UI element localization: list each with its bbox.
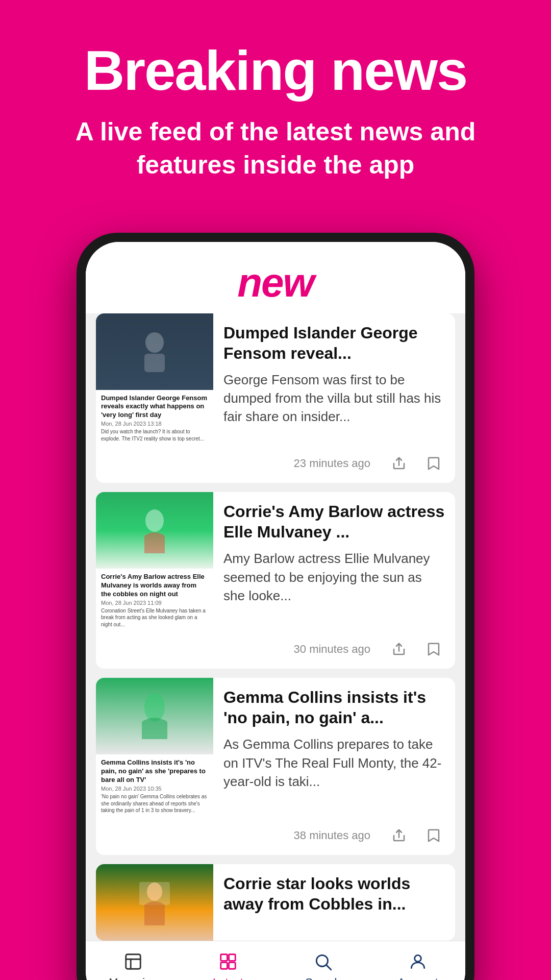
account-icon	[407, 950, 429, 973]
share-button-3[interactable]	[388, 824, 410, 847]
breaking-news-subtitle: A live feed of the latest news and featu…	[46, 115, 505, 182]
news-item-4[interactable]: Corrie star looks worlds away from Cobbl…	[96, 864, 455, 941]
thumb-caption-title-2: Corrie's Amy Barlow actress Elle Mulvane…	[101, 573, 208, 599]
news-text-2: Corrie's Amy Barlow actress Elle Mulvane…	[213, 492, 455, 632]
news-summary-1: George Fensom was first to be dumped fro…	[223, 371, 445, 426]
nav-label-search: Search	[305, 976, 341, 980]
nav-item-search[interactable]: Search	[290, 950, 356, 980]
thumbnail-2: Corrie's Amy Barlow actress Elle Mulvane…	[96, 492, 213, 632]
thumb-image-4	[96, 864, 213, 941]
svg-rect-10	[229, 954, 236, 961]
bookmark-button-3[interactable]	[422, 824, 445, 847]
screen-inner: new	[86, 242, 465, 981]
nav-label-magazine: Magazine	[109, 976, 157, 980]
bookmark-button-2[interactable]	[422, 638, 445, 660]
thumb-caption-title-3: Gemma Collins insists it's 'no pain, no …	[101, 758, 208, 785]
top-section: Breaking news A live feed of the latest …	[0, 0, 551, 212]
news-timestamp-2: 30 minutes ago	[106, 643, 375, 656]
news-item-content-1: Dumped Islander George Fensom reveals ex…	[96, 313, 455, 447]
news-headline-1: Dumped Islander George Fensom reveal...	[223, 323, 445, 363]
thumb-caption-date-2: Mon, 28 Jun 2023 11:09	[101, 600, 208, 606]
nav-item-account[interactable]: Account	[385, 950, 451, 980]
svg-point-0	[145, 332, 164, 353]
nav-item-latest[interactable]: Latest	[195, 950, 261, 980]
thumb-caption-2: Corrie's Amy Barlow actress Elle Mulvane…	[96, 569, 213, 632]
news-text-3: Gemma Collins insists it's 'no pain, no …	[213, 678, 455, 818]
search-icon	[312, 950, 334, 973]
news-text-1: Dumped Islander George Fensom reveal... …	[213, 313, 455, 447]
share-button-2[interactable]	[388, 638, 410, 660]
news-item-content-2: Corrie's Amy Barlow actress Elle Mulvane…	[96, 492, 455, 632]
svg-rect-9	[221, 954, 228, 961]
svg-line-14	[327, 965, 331, 970]
thumbnail-4	[96, 864, 213, 941]
phone-wrapper: new	[0, 212, 551, 981]
svg-point-2	[145, 509, 164, 532]
nav-item-magazine[interactable]: Magazine	[100, 950, 166, 980]
news-footer-3: 38 minutes ago	[96, 818, 455, 855]
svg-rect-11	[221, 962, 228, 969]
nav-label-latest: Latest	[213, 976, 243, 980]
news-headline-3: Gemma Collins insists it's 'no pain, no …	[223, 687, 445, 728]
thumb-caption-body-2: Coronation Street's Elle Mulvaney has ta…	[101, 607, 208, 628]
breaking-news-title: Breaking news	[31, 41, 520, 100]
news-summary-2: Amy Barlow actress Ellie Mulvaney seemed…	[223, 549, 445, 605]
news-item-3[interactable]: Gemma Collins insists it's 'no pain, no …	[96, 678, 455, 854]
news-item[interactable]: Dumped Islander George Fensom reveals ex…	[96, 313, 455, 483]
svg-point-15	[415, 955, 421, 962]
thumb-image-1	[96, 313, 213, 390]
svg-rect-12	[229, 962, 236, 969]
thumb-caption-3: Gemma Collins insists it's 'no pain, no …	[96, 754, 213, 818]
bottom-nav: Magazine Latest	[86, 941, 465, 980]
phone-frame: new	[77, 233, 474, 981]
thumbnail-3: Gemma Collins insists it's 'no pain, no …	[96, 678, 213, 818]
thumbnail-1: Dumped Islander George Fensom reveals ex…	[96, 313, 213, 447]
news-headline-4: Corrie star looks worlds away from Cobbl…	[223, 873, 445, 914]
news-item-content-3: Gemma Collins insists it's 'no pain, no …	[96, 678, 455, 818]
news-footer-1: 23 minutes ago	[96, 446, 455, 483]
thumb-caption-body-1: Did you watch the launch? It is about to…	[101, 428, 208, 442]
bookmark-button-1[interactable]	[422, 452, 445, 475]
svg-point-3	[144, 693, 165, 722]
thumb-caption-1: Dumped Islander George Fensom reveals ex…	[96, 390, 213, 447]
news-header: new	[86, 242, 465, 313]
news-timestamp-3: 38 minutes ago	[106, 829, 375, 842]
news-header-title: new	[237, 260, 314, 305]
thumb-caption-date-3: Mon, 28 Jun 2023 10:35	[101, 786, 208, 792]
nav-label-account: Account	[397, 976, 438, 980]
thumb-image-2	[96, 492, 213, 569]
news-footer-2: 30 minutes ago	[96, 632, 455, 669]
news-headline-2: Corrie's Amy Barlow actress Elle Mulvane…	[223, 501, 445, 542]
thumb-caption-title-1: Dumped Islander George Fensom reveals ex…	[101, 394, 208, 420]
news-timestamp-1: 23 minutes ago	[106, 457, 375, 470]
svg-rect-1	[144, 354, 165, 372]
svg-rect-6	[126, 954, 141, 969]
thumb-image-3	[96, 678, 213, 754]
news-summary-3: As Gemma Collins prepares to take on ITV…	[223, 735, 445, 791]
news-list: Dumped Islander George Fensom reveals ex…	[86, 313, 465, 941]
phone-screen: new	[86, 242, 465, 981]
svg-point-5	[147, 883, 162, 901]
magazine-icon	[122, 950, 144, 973]
partial-content-4: Corrie star looks worlds away from Cobbl…	[96, 864, 455, 941]
thumb-caption-body-3: 'No pain no gain' Gemma Collins celebrat…	[101, 793, 208, 814]
latest-icon	[217, 950, 239, 973]
thumb-caption-date-1: Mon, 28 Jun 2023 13:18	[101, 421, 208, 427]
news-text-4: Corrie star looks worlds away from Cobbl…	[213, 864, 455, 941]
news-item-2[interactable]: Corrie's Amy Barlow actress Elle Mulvane…	[96, 492, 455, 669]
share-button-1[interactable]	[388, 452, 410, 475]
